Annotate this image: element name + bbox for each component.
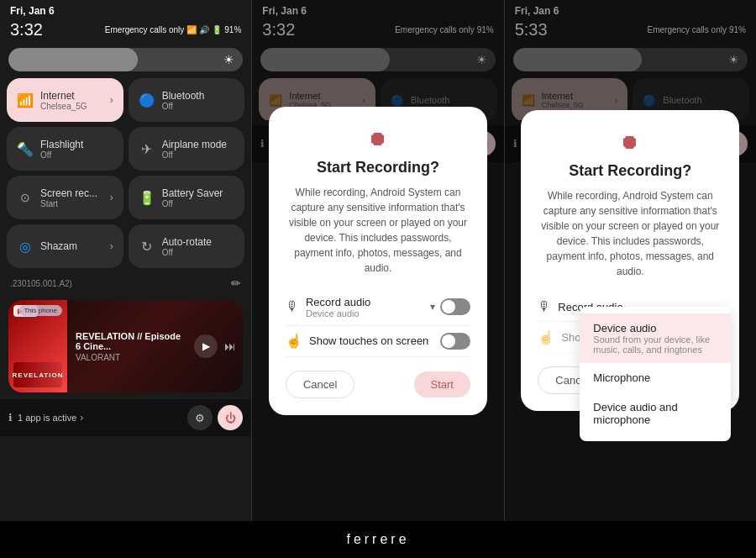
screen-3: Fri, Jan 6 5:33 Emergency calls only 91%… [505, 0, 756, 521]
modal-3: ⏺ Start Recording? While recording, Andr… [521, 110, 739, 411]
this-phone-badge: This phone [18, 305, 62, 316]
brightness-slider-1[interactable]: ☀ [8, 48, 243, 71]
bottom-info-1[interactable]: 1 app is active › [18, 412, 182, 424]
brightness-icon-1: ☀ [223, 53, 234, 66]
dropdown-device-audio-label: Device audio [593, 322, 717, 334]
record-audio-toggle[interactable] [440, 298, 470, 315]
tile-bluetooth-sub: Off [162, 102, 235, 111]
show-touches-title: Show touches on screen [309, 334, 428, 347]
tile-battery-text: Battery Saver Off [162, 187, 235, 208]
cancel-button-2[interactable]: Cancel [286, 371, 354, 398]
tile-screenrec-arrow: › [110, 192, 113, 203]
mic-icon-3: 🎙 [538, 299, 551, 314]
modal-option-record-audio: 🎙 Record audio Device audio ▾ [286, 289, 470, 326]
battery-saver-icon: 🔋 [139, 190, 155, 206]
internet-icon: 📶 [17, 92, 34, 108]
tile-bluetooth-text: Bluetooth Off [162, 90, 235, 111]
tile-internet-arrow: › [110, 94, 113, 106]
media-player-1[interactable]: ▶ YT This phone REVELATION REVELATION //… [8, 300, 243, 392]
mic-icon-2: 🎙 [286, 299, 299, 314]
modal-record-icon-2: ⏺ [286, 127, 470, 150]
screen-2: Fri, Jan 6 3:32 Emergency calls only 91%… [252, 0, 504, 521]
modal-record-icon-3: ⏺ [538, 130, 722, 154]
audio-dropdown: Device audio Sound from your device, lik… [580, 307, 731, 441]
modal-option-show-touches: ☝ Show touches on screen [286, 326, 470, 357]
modal-title-2: Start Recording? [286, 159, 470, 176]
battery-icon: 🔋 [212, 25, 222, 34]
dropdown-microphone[interactable]: Microphone [580, 363, 731, 392]
version-row: .230105.001.A2) ✏ [0, 273, 251, 293]
modal-body-3: While recording, Android System can capt… [538, 188, 722, 279]
dropdown-device-and-mic[interactable]: Device audio and microphone [580, 392, 731, 434]
record-audio-sub: Device audio [306, 308, 370, 318]
brightness-fill-1 [8, 48, 138, 71]
dropdown-arrow-2[interactable]: ▾ [430, 301, 435, 313]
tile-autorotate-title: Auto-rotate [162, 236, 235, 248]
tile-screenrec-sub: Start [40, 199, 103, 208]
bottom-arrow-1: › [80, 412, 83, 424]
status-text-1: Emergency calls only [105, 25, 184, 34]
version-text: .230105.001.A2) [10, 279, 72, 288]
signal-icon: 📶 [186, 25, 197, 34]
tile-autorotate[interactable]: ↻ Auto-rotate Off [129, 224, 245, 268]
tile-battery[interactable]: 🔋 Battery Saver Off [129, 176, 245, 219]
media-thumb-art: REVELATION [13, 362, 62, 387]
play-button[interactable]: ▶ [194, 334, 218, 358]
brand-bar: FeRRere [0, 521, 756, 558]
airplane-icon: ✈ [139, 141, 155, 157]
modal-overlay-2: ⏺ Start Recording? While recording, Andr… [252, 0, 503, 521]
dropdown-device-audio[interactable]: Device audio Sound from your device, lik… [580, 313, 731, 363]
status-row-1: 3:32 Emergency calls only 📶 🔊 🔋 91% [0, 18, 251, 45]
tile-airplane-sub: Off [162, 150, 235, 160]
tile-shazam-text: Shazam [40, 240, 103, 252]
tile-battery-sub: Off [162, 199, 235, 208]
battery-pct-1: 91% [224, 25, 241, 34]
show-touches-toggle[interactable] [440, 333, 470, 350]
tile-screenrec-title: Screen rec... [40, 187, 103, 199]
screen-1: Fri, Jan 6 3:32 Emergency calls only 📶 🔊… [0, 0, 252, 521]
settings-button-1[interactable]: ⚙ [187, 405, 213, 430]
media-thumb: ▶ YT This phone REVELATION [8, 300, 67, 392]
dropdown-device-and-mic-label: Device audio and microphone [593, 401, 717, 426]
app-active-text-1: 1 app is active [18, 413, 76, 423]
flashlight-icon: 🔦 [17, 141, 34, 157]
shazam-icon: ◎ [17, 239, 34, 255]
tile-screenrec[interactable]: ⊙ Screen rec... Start › [7, 176, 123, 219]
status-right-1: Emergency calls only 📶 🔊 🔋 91% [105, 25, 242, 34]
tile-flashlight-sub: Off [40, 150, 113, 160]
power-button-1[interactable]: ⏻ [218, 405, 243, 430]
tile-internet-title: Internet [40, 90, 103, 102]
dropdown-microphone-label: Microphone [593, 371, 717, 384]
tile-shazam[interactable]: ◎ Shazam › [7, 224, 123, 268]
modal-option-record-audio-3: 🎙 Record audio Device audio Sound from y… [538, 292, 722, 322]
modal-title-3: Start Recording? [538, 162, 722, 180]
option-left-audio: 🎙 Record audio Device audio [286, 296, 370, 318]
modal-body-2: While recording, Android System can capt… [286, 185, 470, 276]
screens-container: Fri, Jan 6 3:32 Emergency calls only 📶 🔊… [0, 0, 756, 521]
media-controls: ▶ ⏭ [194, 334, 243, 358]
tile-battery-title: Battery Saver [162, 187, 235, 199]
tile-airplane[interactable]: ✈ Airplane mode Off [129, 127, 245, 171]
tile-shazam-arrow: › [110, 240, 113, 252]
tile-autorotate-text: Auto-rotate Off [162, 236, 235, 257]
tile-internet[interactable]: 📶 Internet Chelsea_5G › [7, 78, 123, 122]
brand-name: FeRRere [346, 532, 409, 547]
modal-actions-2: Cancel Start [286, 371, 470, 398]
edit-icon[interactable]: ✏ [231, 276, 241, 290]
tile-flashlight-text: Flashlight Off [40, 139, 113, 160]
screenrec-icon: ⊙ [17, 191, 34, 204]
skip-button[interactable]: ⏭ [224, 340, 236, 353]
status-bar-1: Fri, Jan 6 [0, 0, 251, 18]
media-art-text: REVELATION [13, 371, 64, 379]
tile-airplane-title: Airplane mode [162, 139, 235, 150]
tile-flashlight[interactable]: 🔦 Flashlight Off [7, 127, 123, 171]
start-button-2[interactable]: Start [414, 371, 470, 397]
autorotate-icon: ↻ [139, 239, 155, 255]
tile-bluetooth[interactable]: 🔵 Bluetooth Off [129, 78, 245, 122]
media-title: REVELATION // Episode 6 Cine... [76, 331, 186, 351]
tile-airplane-text: Airplane mode Off [162, 139, 235, 160]
info-circle-icon: ℹ [8, 412, 13, 424]
tile-flashlight-title: Flashlight [40, 139, 113, 150]
modal-2: ⏺ Start Recording? While recording, Andr… [269, 107, 487, 415]
tile-shazam-title: Shazam [40, 240, 103, 252]
